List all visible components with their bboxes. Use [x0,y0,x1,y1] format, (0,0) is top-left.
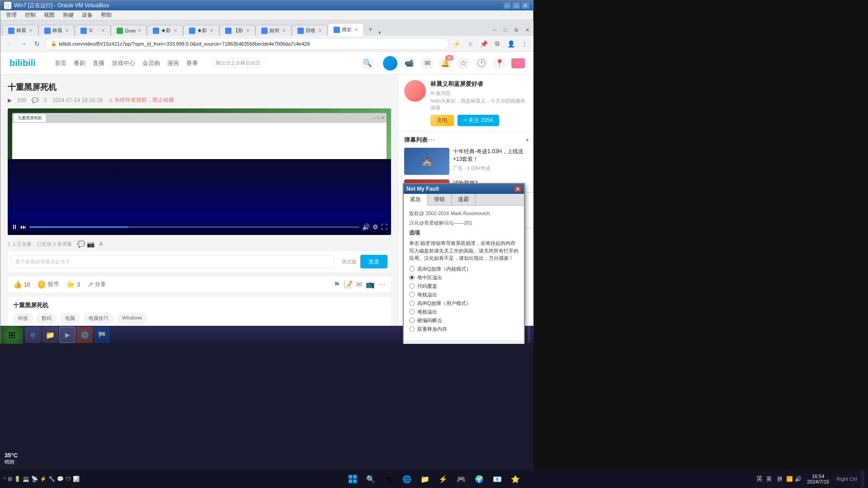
volume-btn[interactable]: 🔊 [362,223,370,230]
search-btn[interactable]: 🔍 [361,57,374,70]
toolbar-pin[interactable]: 📌 [478,38,490,50]
tag-tips[interactable]: 电脑技巧 [84,313,113,324]
sidebar-more-btn[interactable]: ⋯ [428,136,435,144]
vbox-maximize-btn[interactable]: □ [512,2,520,9]
vbox-menu-hotkey[interactable]: 热键 [59,10,77,20]
nav-anime[interactable]: 番剧 [74,59,85,67]
nmf-close-btn[interactable]: ✕ [514,186,521,192]
nav-game[interactable]: 游戏中心 [112,59,135,67]
share-btn[interactable]: ↗ 分享 [87,280,106,289]
nmf-radio-7[interactable] [409,326,415,332]
sidebar-toggle-btn[interactable]: ▾ [526,137,528,143]
tab-9[interactable]: 画女 ✕ [328,23,364,36]
tab-0[interactable]: 林晨 ✕ [2,25,38,36]
vbox-close-btn[interactable]: ✕ [521,2,529,9]
message-icon[interactable]: ✉ [421,57,434,70]
coin-btn[interactable]: 🪙 投币 [37,280,59,289]
tray-lang[interactable]: 英 [764,475,774,483]
nmf-tab-debug[interactable]: 排错 [428,194,452,205]
toolbar-split[interactable]: ⧉ [491,38,503,50]
toolbar-menu[interactable]: ⋮ [519,38,530,50]
tab-close-6[interactable]: ✕ [246,28,250,33]
up-name[interactable]: 林晨义和蓝屏爱好者 [430,80,528,88]
tab-close-0[interactable]: ✕ [29,28,33,33]
tray-ime[interactable]: 拼 [775,475,784,483]
fullscreen-btn[interactable]: ⛶ [381,223,387,230]
browser-restore[interactable]: ⧉ [511,26,521,34]
comment-input[interactable]: 发个友善的弹幕见证当下 [11,255,335,268]
nmf-radio-1[interactable] [409,275,415,280]
history-icon[interactable]: 🕐 [475,57,488,70]
nmf-radio-3[interactable] [409,292,415,297]
win11-search-btn[interactable]: 🔍 [363,471,379,487]
new-tab-btn[interactable]: + [364,23,377,36]
win11-app1-btn[interactable]: ⚡ [435,471,451,487]
browser-close[interactable]: ✕ [522,26,532,34]
tv-btn[interactable]: 📺 [366,280,375,289]
tab-3[interactable]: Gree ✕ [111,25,147,36]
win7-show-desktop[interactable] [528,327,530,343]
win7-media-btn[interactable]: ▶ [59,327,75,343]
win7-explorer-btn[interactable]: 📁 [42,327,58,343]
nav-manga[interactable]: 漫画 [167,59,179,67]
win7-flag-btn[interactable]: 🏁 [94,327,110,343]
charge-btn[interactable]: 充电 [430,115,454,126]
report-btn[interactable]: ⚑ [334,280,340,289]
nmf-radio-4[interactable] [409,300,415,306]
toolbar-profile[interactable]: 👤 [505,38,517,50]
nmf-crash-btn[interactable]: 崩溃 [492,344,519,344]
sidebar-item-0[interactable]: 🏰 十年经典-奇迹1.03H，上线送+13套装！ 广告 · 1.03H奇迹 [404,148,528,175]
tray-expand-btn[interactable]: ^ [4,476,6,482]
tab-close-8[interactable]: ✕ [318,28,322,33]
tab-6[interactable]: 【影 ✕ [219,25,255,36]
win11-taskview-btn[interactable]: ⧉ [381,471,397,487]
tab-overflow-btn[interactable]: ▾ [378,30,381,36]
tag-digital[interactable]: 数码 [37,313,57,324]
nmf-radio-0[interactable] [409,266,415,272]
tab-2[interactable]: ① ✕ [75,25,111,36]
show-desktop-btn[interactable] [861,470,864,488]
settings-btn[interactable]: ⚙ [373,223,378,230]
nav-vip[interactable]: 会员购 [142,59,160,67]
tab-5[interactable]: ★影 ✕ [183,25,219,36]
nav-live[interactable]: 直播 [93,59,104,67]
bili-logo[interactable]: bilibili [9,57,46,70]
back-btn[interactable]: ← [4,38,16,50]
tag-computer[interactable]: 电脑 [60,313,80,324]
nmf-tab-escape[interactable]: 逃霸 [452,194,476,205]
vbox-menu-view[interactable]: 视图 [40,10,58,20]
send-btn[interactable]: 发送 [360,255,387,268]
forward-btn[interactable]: → [18,38,29,50]
tab-1[interactable]: 林晨 ✕ [38,25,75,36]
clock-widget[interactable]: 16:54 2024/7/15 [803,474,833,484]
browser-maximize[interactable]: □ [500,26,510,34]
nav-match[interactable]: 赛事 [186,59,198,67]
vbox-menu-help[interactable]: 帮助 [97,10,115,20]
nmf-tab-emergency[interactable]: 紧急 [404,194,428,206]
reload-btn[interactable]: ↻ [31,38,43,50]
nmf-radio-5[interactable] [409,309,415,314]
vbox-menu-manage[interactable]: 管理 [2,10,20,20]
win11-edge-btn[interactable]: 🌐 [399,471,415,487]
win7-chrome-btn[interactable]: 🌐 [76,327,93,343]
tab-close-5[interactable]: ✕ [210,28,213,33]
tab-close-1[interactable]: ✕ [65,28,69,33]
location-icon[interactable]: 📍 [493,57,506,70]
browser-minimize[interactable]: ─ [490,26,500,34]
tab-close-9[interactable]: ✕ [354,27,358,32]
video-player[interactable]: 九重黑屏死机 ─ □ ✕ BV1002801018 bilibi [8,108,391,235]
vbox-menu-control[interactable]: 控制 [21,10,39,20]
win7-ie-btn[interactable]: e [25,327,41,343]
note-btn[interactable]: 📝 [344,280,353,289]
nmf-radio-2[interactable] [409,283,415,289]
tab-close-3[interactable]: ✕ [137,28,141,33]
tab-close-2[interactable]: ✕ [101,28,105,33]
next-btn[interactable]: ⏭ [20,223,27,230]
dropdown-hint[interactable]: 脑出没之丛林总动员 [212,58,264,68]
win11-app2-btn[interactable]: 🎮 [453,471,469,487]
win11-app5-btn[interactable]: ⭐ [507,471,524,487]
nmf-radio-6[interactable] [409,318,415,323]
follow-btn[interactable]: + 关注 2056 [458,115,499,126]
tab-close-4[interactable]: ✕ [174,28,177,33]
nmf-color-btn[interactable]: 颜色 [463,344,490,344]
